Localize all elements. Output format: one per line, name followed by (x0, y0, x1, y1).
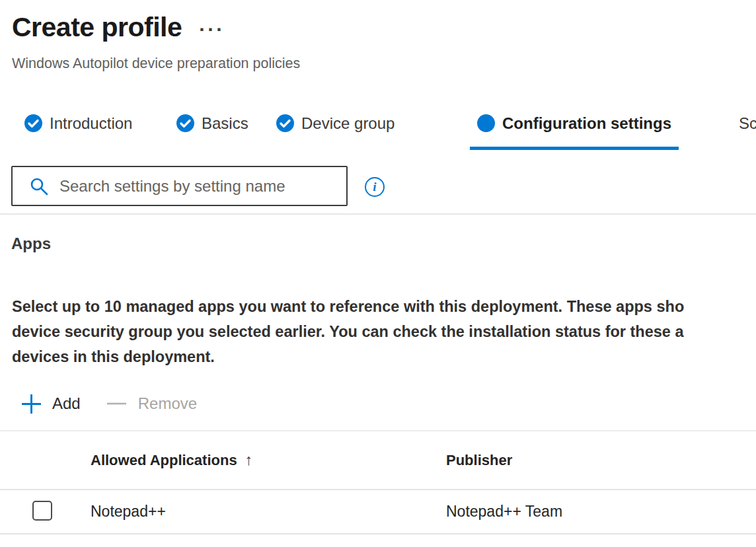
description-line: devices in this deployment. (12, 344, 756, 369)
page-title: Create profile (12, 12, 182, 43)
tab-label: Introduction (50, 114, 132, 132)
apps-description: Select up to 10 managed apps you want to… (12, 294, 756, 369)
settings-search-box (11, 166, 348, 206)
search-icon (29, 176, 49, 196)
column-header-publisher[interactable]: Publisher (446, 431, 512, 489)
tab-introduction[interactable]: Introduction (24, 114, 132, 150)
column-label: Publisher (446, 452, 512, 469)
apps-table-header: Allowed Applications ↑ Publisher (0, 431, 756, 489)
info-icon[interactable]: i (365, 177, 385, 197)
add-button-label: Add (52, 394, 81, 413)
row-checkbox[interactable] (32, 501, 52, 521)
tab-label: Basics (202, 114, 248, 132)
description-line: Select up to 10 managed apps you want to… (12, 294, 756, 319)
create-profile-page: Create profile ··· Windows Autopilot dev… (0, 0, 756, 547)
step-completed-check-icon (24, 114, 42, 132)
column-header-allowed-applications[interactable]: Allowed Applications ↑ (91, 431, 252, 489)
description-line: device security group you selected earli… (12, 319, 756, 344)
remove-button[interactable]: Remove (107, 394, 197, 413)
section-divider (0, 213, 756, 215)
more-options-icon[interactable]: ··· (199, 16, 225, 40)
step-current-dot-icon (477, 114, 495, 132)
column-label: Allowed Applications (91, 452, 237, 469)
row-bottom-divider (0, 533, 756, 534)
minus-icon (107, 401, 126, 406)
wizard-steps: Introduction Basics Device group Configu… (0, 106, 756, 156)
search-input[interactable] (59, 167, 346, 205)
remove-button-label: Remove (138, 394, 197, 413)
plus-icon (21, 394, 42, 414)
page-header: Create profile ··· (12, 12, 225, 43)
step-completed-check-icon (176, 114, 194, 132)
step-completed-check-icon (276, 114, 294, 132)
tab-basics[interactable]: Basics (176, 114, 248, 150)
sort-ascending-icon: ↑ (245, 451, 253, 469)
tab-label: Configuration settings (502, 114, 671, 132)
cell-publisher: Notepad++ Team (446, 490, 562, 533)
tab-device-group[interactable]: Device group (276, 114, 395, 150)
table-row[interactable]: Notepad++ Notepad++ Team (0, 490, 756, 533)
tab-scope-tags[interactable]: Sc (739, 114, 756, 150)
apps-toolbar: Add Remove (21, 392, 197, 416)
apps-section-heading: Apps (11, 235, 51, 253)
page-subtitle: Windows Autopilot device preparation pol… (12, 55, 300, 72)
tab-label: Device group (301, 114, 395, 132)
add-button[interactable]: Add (21, 394, 81, 414)
cell-allowed-application: Notepad++ (91, 490, 166, 533)
tab-configuration-settings[interactable]: Configuration settings (470, 114, 679, 150)
tab-label: Sc (739, 114, 756, 132)
